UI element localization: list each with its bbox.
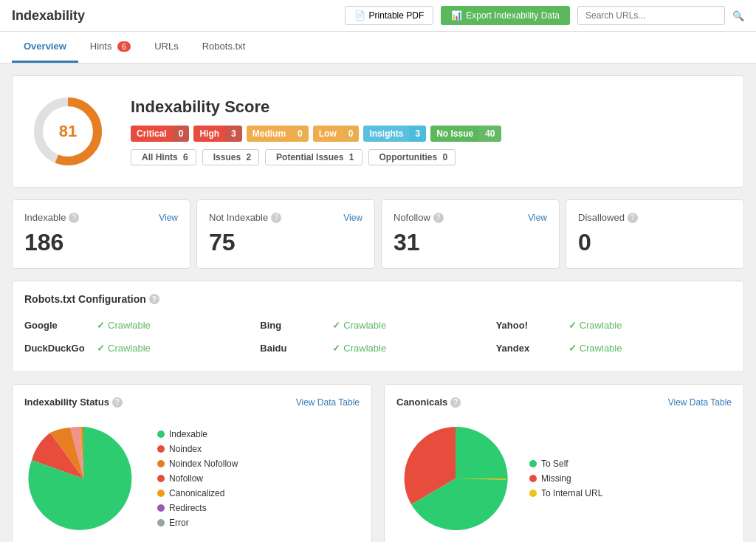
tab-robots[interactable]: Robots.txt	[190, 32, 258, 63]
legend-missing: Missing	[529, 473, 602, 484]
indexable-view-link[interactable]: View	[159, 213, 178, 223]
legend-error: Error	[157, 518, 238, 528]
indexability-legend: Indexable Noindex Noindex Nofollow Nofol…	[157, 429, 238, 528]
legend-dot-indexable	[157, 430, 165, 438]
badge-medium[interactable]: Medium 0	[247, 126, 309, 142]
check-icon: ✓	[332, 343, 340, 354]
nofollow-help-icon[interactable]: ?	[433, 213, 444, 223]
canonicals-legend: To Self Missing To Internal URL	[529, 459, 602, 498]
filter-issues[interactable]: Issues 2	[202, 149, 259, 165]
legend-indexable: Indexable	[157, 429, 238, 439]
check-icon: ✓	[97, 320, 105, 331]
yahoo-crawlable: ✓ Crawlable	[568, 320, 622, 331]
robots-item-duckduckgo: DuckDuckGo ✓ Crawlable	[24, 337, 260, 360]
canonicals-chart-card: Canonicals ? View Data Table	[384, 384, 744, 542]
legend-noindex: Noindex	[157, 444, 238, 454]
legend-dot-redirects	[157, 504, 165, 512]
robots-card: Robots.txt Configuration ? Google ✓ Craw…	[12, 281, 744, 372]
not-indexable-value: 75	[209, 229, 362, 256]
score-donut-chart: 81	[27, 91, 109, 172]
robots-grid: Google ✓ Crawlable Bing ✓ Crawlable Yaho…	[24, 314, 732, 360]
filter-all-hints[interactable]: All Hints 6	[131, 149, 196, 165]
search-icon: 🔍	[732, 10, 744, 21]
export-icon: 📊	[451, 10, 462, 21]
filter-opportunities[interactable]: Opportunities 0	[368, 149, 456, 165]
badge-insights[interactable]: Insights 3	[363, 126, 426, 142]
stat-not-indexable: Not Indexable ? View 75	[196, 199, 375, 269]
badge-low[interactable]: Low 0	[313, 126, 360, 142]
robots-item-yahoo: Yahoo! ✓ Crawlable	[496, 314, 732, 337]
score-badges: Critical 0 High 3 Medium 0 Low 0 Insight…	[131, 126, 729, 142]
nofollow-value: 31	[394, 229, 547, 256]
check-icon: ✓	[568, 343, 577, 354]
score-card: 81 Indexability Score Critical 0 High 3 …	[12, 75, 744, 188]
canonicals-pie-chart	[396, 419, 515, 538]
indexability-chart-card: Indexability Status ? View Data Table	[12, 384, 372, 542]
page-title: Indexability	[12, 8, 337, 24]
tabs-bar: Overview Hints 6 URLs Robots.txt	[0, 32, 756, 64]
legend-dot-to-internal-url	[529, 490, 537, 497]
score-value: 81	[59, 122, 77, 141]
legend-to-internal-url: To Internal URL	[529, 488, 602, 498]
robots-title: Robots.txt Configuration ?	[24, 293, 732, 305]
legend-dot-canonicalized	[157, 490, 165, 497]
nofollow-view-link[interactable]: View	[528, 213, 547, 223]
baidu-crawlable: ✓ Crawlable	[332, 343, 386, 354]
legend-dot-missing	[529, 475, 537, 482]
stats-row: Indexable ? View 186 Not Indexable ? Vie…	[12, 199, 744, 269]
tab-overview[interactable]: Overview	[12, 32, 78, 63]
badge-critical[interactable]: Critical 0	[131, 126, 189, 142]
canonicals-chart-body: To Self Missing To Internal URL	[396, 419, 732, 538]
legend-dot-to-self	[529, 460, 537, 467]
legend-dot-error	[157, 519, 165, 526]
badge-noissue[interactable]: No Issue 40	[430, 126, 501, 142]
charts-row: Indexability Status ? View Data Table	[12, 384, 744, 542]
top-bar: Indexability 📄 Printable PDF 📊 Export In…	[0, 0, 756, 32]
badge-high[interactable]: High 3	[193, 126, 241, 142]
check-icon: ✓	[97, 343, 105, 354]
indexability-chart-view-link[interactable]: View Data Table	[296, 397, 360, 408]
check-icon: ✓	[332, 320, 340, 331]
search-input[interactable]	[577, 6, 725, 25]
legend-canonicalized: Canonicalized	[157, 488, 238, 498]
printable-pdf-button[interactable]: 📄 Printable PDF	[345, 6, 434, 25]
indexable-help-icon[interactable]: ?	[69, 213, 79, 223]
not-indexable-view-link[interactable]: View	[343, 213, 362, 223]
filter-potential-issues[interactable]: Potential Issues 1	[265, 149, 362, 165]
tab-urls[interactable]: URLs	[142, 32, 190, 63]
not-indexable-help-icon[interactable]: ?	[271, 213, 281, 223]
legend-dot-noindex	[157, 445, 165, 453]
tab-hints[interactable]: Hints 6	[78, 32, 142, 63]
score-info: Indexability Score Critical 0 High 3 Med…	[131, 97, 729, 165]
indexable-value: 186	[24, 229, 178, 256]
legend-noindex-nofollow: Noindex Nofollow	[157, 459, 238, 469]
legend-nofollow: Nofollow	[157, 473, 238, 484]
legend-to-self: To Self	[529, 459, 602, 469]
disallowed-value: 0	[578, 229, 732, 256]
canonicals-chart-view-link[interactable]: View Data Table	[668, 397, 732, 408]
google-crawlable: ✓ Crawlable	[97, 320, 151, 331]
robots-item-yandex: Yandex ✓ Crawlable	[496, 337, 732, 360]
robots-item-baidu: Baidu ✓ Crawlable	[260, 337, 495, 360]
canonicals-chart-help-icon[interactable]: ?	[450, 397, 461, 408]
indexability-chart-help-icon[interactable]: ?	[112, 397, 123, 408]
stat-indexable: Indexable ? View 186	[12, 199, 190, 269]
indexability-pie-chart	[24, 419, 142, 538]
stat-disallowed: Disallowed ? 0	[566, 199, 744, 269]
bing-crawlable: ✓ Crawlable	[332, 320, 386, 331]
legend-dot-nofollow	[157, 475, 165, 482]
hints-badge: 6	[117, 41, 131, 52]
yandex-crawlable: ✓ Crawlable	[568, 343, 622, 354]
main-content: 81 Indexability Score Critical 0 High 3 …	[0, 64, 756, 542]
robots-item-bing: Bing ✓ Crawlable	[260, 314, 495, 337]
legend-redirects: Redirects	[157, 503, 238, 513]
stat-nofollow: Nofollow ? View 31	[381, 199, 560, 269]
robots-item-google: Google ✓ Crawlable	[24, 314, 260, 337]
indexability-chart-body: Indexable Noindex Noindex Nofollow Nofol…	[24, 419, 360, 538]
disallowed-help-icon[interactable]: ?	[628, 213, 638, 223]
check-icon: ✓	[568, 320, 577, 331]
robots-help-icon[interactable]: ?	[149, 294, 159, 304]
pdf-icon: 📄	[354, 10, 365, 21]
legend-dot-noindex-nofollow	[157, 460, 165, 467]
export-button[interactable]: 📊 Export Indexability Data	[441, 6, 570, 25]
